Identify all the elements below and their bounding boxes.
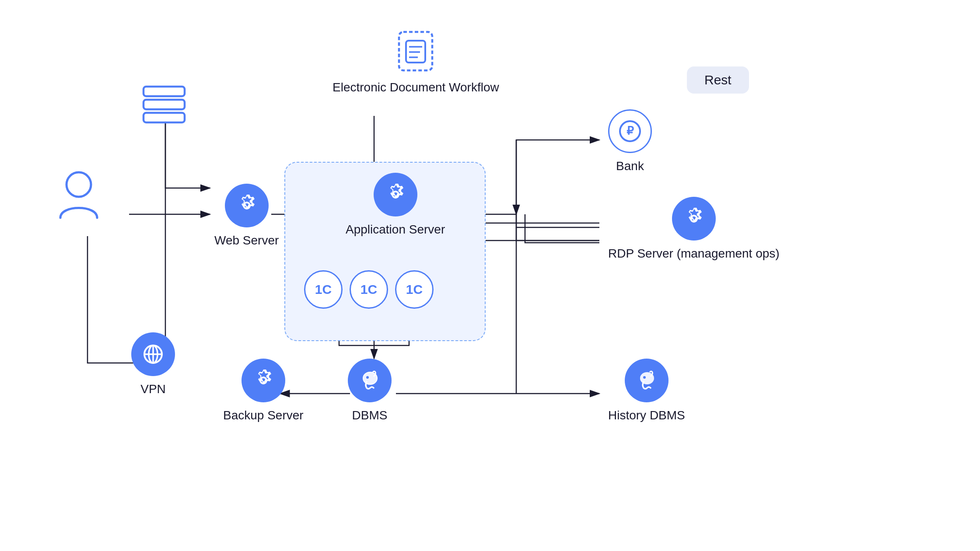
svg-point-26	[366, 376, 369, 379]
svg-rect-13	[144, 100, 185, 109]
rdp-server-label: RDP Server (management ops)	[608, 246, 780, 262]
app-server-label: Application Server	[346, 222, 445, 237]
bank-label: Bank	[616, 158, 644, 174]
history-dbms-node: History DBMS	[608, 359, 685, 423]
rdp-server-icon-circle	[672, 197, 716, 241]
database-node	[140, 83, 188, 129]
dbms-icon	[358, 369, 382, 392]
vpn-icon	[141, 342, 165, 366]
gear-icon-rdp	[682, 207, 706, 230]
history-dbms-label: History DBMS	[608, 408, 685, 423]
web-server-label: Web Server	[214, 233, 279, 248]
gear-icon-app	[384, 183, 407, 206]
svg-point-11	[66, 172, 91, 197]
history-dbms-icon	[635, 369, 658, 392]
app-server-icon-circle	[374, 173, 417, 216]
backup-server-label: Backup Server	[223, 408, 304, 423]
bank-icon-circle: ₽	[608, 109, 652, 153]
svg-text:₽: ₽	[626, 124, 634, 137]
web-server-node: Web Server	[214, 184, 279, 248]
svg-rect-15	[399, 32, 432, 70]
backup-server-icon-circle	[242, 359, 285, 402]
dbms-icon-circle	[348, 359, 392, 402]
one-c-group: 1С 1С 1С	[304, 270, 434, 309]
rest-badge: Rest	[687, 66, 749, 94]
user-icon	[57, 171, 101, 223]
gear-icon-backup	[252, 369, 275, 392]
edw-icon	[394, 28, 438, 74]
user-node	[57, 171, 101, 223]
edw-node: Electronic Document Workflow	[332, 28, 499, 95]
bank-icon: ₽	[618, 119, 642, 143]
backup-server-node: Backup Server	[223, 359, 304, 423]
one-c-instance-2: 1С	[350, 270, 388, 309]
rdp-server-node: RDP Server (management ops)	[608, 197, 780, 262]
gear-icon-web	[235, 194, 259, 217]
database-stack-icon	[140, 83, 188, 127]
dbms-label: DBMS	[352, 408, 388, 423]
one-c-instance-1: 1С	[304, 270, 343, 309]
svg-rect-14	[144, 113, 185, 122]
dbms-node: DBMS	[348, 359, 392, 423]
vpn-icon-circle	[131, 332, 175, 376]
bank-node: ₽ Bank	[608, 109, 652, 174]
web-server-icon-circle	[225, 184, 269, 227]
vpn-node: VPN	[131, 332, 175, 397]
vpn-label: VPN	[140, 381, 166, 397]
svg-rect-12	[144, 87, 185, 96]
svg-point-30	[643, 376, 646, 379]
app-server-node: Application Server	[346, 173, 445, 237]
rest-label: Rest	[704, 73, 732, 87]
history-dbms-icon-circle	[625, 359, 668, 402]
diagram-container: Electronic Document Workflow Web Server …	[0, 0, 980, 551]
one-c-instance-3: 1С	[395, 270, 434, 309]
edw-label: Electronic Document Workflow	[332, 80, 499, 95]
